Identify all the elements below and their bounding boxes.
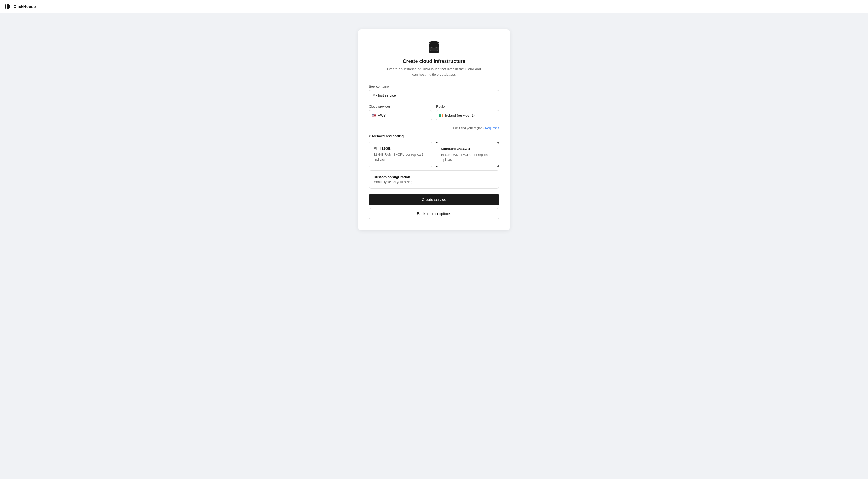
database-icon [427, 40, 441, 54]
request-region-link[interactable]: Request it [485, 126, 499, 130]
service-name-field-group: Service name [369, 85, 499, 100]
region-hint: Can't find your region? Request it [369, 126, 499, 130]
service-name-label: Service name [369, 85, 499, 88]
plan-cards-row: Mini 12GB 12 GiB RAM, 3 vCPU per replica… [369, 142, 499, 167]
cloud-provider-select[interactable]: AWS GCP Azure [369, 110, 432, 121]
plan-mini-title: Mini 12GB [373, 147, 428, 151]
svg-rect-3 [9, 5, 10, 8]
plan-card-mini[interactable]: Mini 12GB 12 GiB RAM, 3 vCPU per replica… [369, 142, 432, 167]
svg-rect-2 [8, 4, 9, 9]
cloud-provider-label: Cloud provider [369, 105, 432, 108]
service-name-input[interactable] [369, 90, 499, 100]
plan-standard-desc: 16 GiB RAM, 4 vCPU per replica 3 replica… [440, 153, 494, 162]
logo-text: ClickHouse [13, 4, 36, 9]
svg-point-4 [429, 41, 439, 44]
navbar: ClickHouse [0, 0, 868, 13]
card-icon-wrapper [369, 40, 499, 54]
region-select-wrapper: 🇮🇪 Ireland (eu-west-1) US East (us-east-… [436, 110, 499, 121]
svg-rect-1 [7, 4, 8, 9]
plan-standard-title: Standard 3×16GB [440, 147, 494, 151]
chevron-down-icon: ▾ [369, 134, 371, 138]
plan-mini-desc: 12 GiB RAM, 3 vCPU per replica 1 replica… [373, 152, 428, 162]
region-label: Region [436, 105, 499, 108]
region-select[interactable]: Ireland (eu-west-1) US East (us-east-1) … [436, 110, 499, 121]
create-service-button[interactable]: Create service [369, 194, 499, 205]
memory-scaling-toggle[interactable]: ▾ Memory and scaling [369, 134, 499, 138]
cloud-provider-field-group: Cloud provider 🇺🇸 AWS GCP Azure ⌄ [369, 105, 432, 121]
plan-card-standard[interactable]: Standard 3×16GB 16 GiB RAM, 4 vCPU per r… [436, 142, 499, 167]
card-subtitle: Create an instance of ClickHouse that li… [369, 66, 499, 77]
back-to-plans-button[interactable]: Back to plan options [369, 208, 499, 219]
custom-config-title: Custom configuration [373, 175, 495, 179]
card-title: Create cloud infrastructure [369, 59, 499, 64]
logo-icon [5, 4, 11, 9]
custom-config-desc: Manually select your sizing [373, 180, 495, 184]
cloud-provider-select-wrapper: 🇺🇸 AWS GCP Azure ⌄ [369, 110, 432, 121]
svg-rect-0 [5, 4, 6, 9]
custom-config-card[interactable]: Custom configuration Manually select you… [369, 170, 499, 189]
logo: ClickHouse [5, 4, 36, 9]
region-field-group: Region 🇮🇪 Ireland (eu-west-1) US East (u… [436, 105, 499, 121]
memory-scaling-label: Memory and scaling [372, 134, 404, 138]
provider-region-row: Cloud provider 🇺🇸 AWS GCP Azure ⌄ Region… [369, 105, 499, 125]
main-content: Create cloud infrastructure Create an in… [0, 13, 868, 479]
create-service-card: Create cloud infrastructure Create an in… [358, 29, 510, 230]
